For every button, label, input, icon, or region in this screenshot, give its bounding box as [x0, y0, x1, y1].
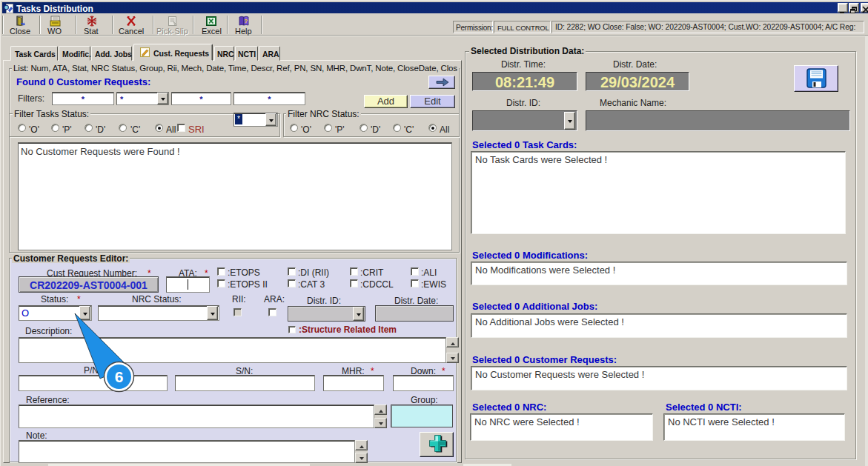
svg-text:6: 6	[115, 368, 124, 385]
svg-text:?: ?	[244, 18, 248, 24]
